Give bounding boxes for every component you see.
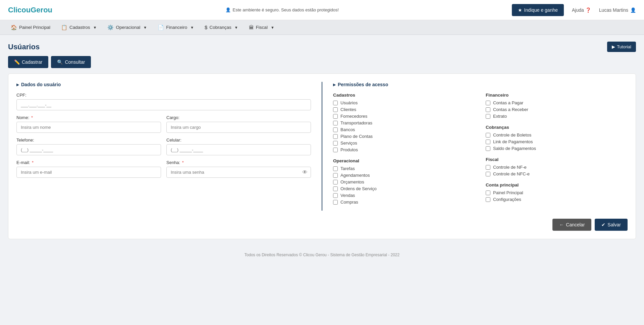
perm-transportadoras-checkbox[interactable] — [333, 121, 338, 125]
perm-painel-principal-checkbox[interactable] — [486, 191, 490, 195]
perm-configuracoes[interactable]: Configurações — [486, 197, 628, 202]
nav-cobrancas-label: Cobranças — [209, 25, 231, 30]
perm-link-pagamentos[interactable]: Link de Pagamentos — [486, 139, 628, 144]
perm-controle-nfce-checkbox[interactable] — [486, 172, 490, 176]
nav-painel-label: Painel Principal — [19, 25, 50, 30]
consultar-button[interactable]: 🔍 Consultar — [51, 56, 91, 68]
cpf-label: CPF: — [16, 93, 311, 98]
nav-financeiro-label: Financeiro — [166, 25, 187, 30]
perm-vendas[interactable]: Vendas — [333, 193, 475, 198]
perm-usuarios-checkbox[interactable] — [333, 101, 338, 105]
nav-item-financeiro[interactable]: 📄 Financeiro ▼ — [152, 20, 199, 35]
perm-controle-boletos[interactable]: Controle de Boletos — [486, 132, 628, 138]
perm-contas-pagar[interactable]: Contas a Pagar — [486, 100, 628, 105]
eye-icon[interactable]: 👁 — [302, 169, 308, 175]
tutorial-button[interactable]: ▶ Tutorial — [607, 42, 636, 52]
telefone-label: Telefone: — [16, 138, 161, 143]
perm-contas-receber-checkbox[interactable] — [486, 107, 490, 112]
form-footer: ← Cancelar ✔ Salvar — [16, 219, 628, 231]
perm-fornecedores-checkbox[interactable] — [333, 114, 338, 119]
perm-vendas-checkbox[interactable] — [333, 193, 338, 198]
perm-extrato-checkbox[interactable] — [486, 114, 490, 119]
perm-ordens-servico-checkbox[interactable] — [333, 186, 338, 191]
perm-transportadoras[interactable]: Transportadoras — [333, 120, 475, 125]
cpf-input[interactable] — [16, 99, 311, 110]
perm-contas-pagar-checkbox[interactable] — [486, 101, 490, 105]
fiscal-icon: 🏛 — [249, 24, 254, 30]
perm-col-left: Cadastros Usuários Clientes Fornecedores… — [333, 93, 475, 211]
perm-plano-contas[interactable]: Plano de Contas — [333, 134, 475, 139]
email-input[interactable] — [16, 167, 161, 178]
nav-operacional-label: Operacional — [116, 25, 140, 30]
perm-compras[interactable]: Compras — [333, 200, 475, 205]
perm-servicos-checkbox[interactable] — [333, 141, 338, 146]
cancel-button[interactable]: ← Cancelar — [552, 219, 591, 231]
help-link[interactable]: Ajuda ❓ — [572, 7, 591, 13]
perm-agendamentos[interactable]: Agendamentos — [333, 173, 475, 178]
question-icon: ❓ — [585, 7, 591, 13]
nome-group: Nome: * — [16, 115, 161, 133]
perm-compras-checkbox[interactable] — [333, 200, 338, 205]
perm-orcamentos[interactable]: Orçamentos — [333, 179, 475, 184]
perm-cobrancas: Cobranças Controle de Boletos Link de Pa… — [486, 125, 628, 151]
header-right: ★ Indique e ganhe Ajuda ❓ Lucas Martins … — [512, 4, 636, 16]
secure-text: Este ambiente é seguro. Seus dados estão… — [233, 7, 339, 12]
user-menu[interactable]: Lucas Martins 👤 — [599, 7, 636, 13]
perm-agendamentos-checkbox[interactable] — [333, 173, 338, 178]
perm-tarefas[interactable]: Tarefas — [333, 166, 475, 171]
chevron-down-icon: ▼ — [93, 25, 97, 30]
perm-saldo-pagamentos-checkbox[interactable] — [486, 146, 490, 151]
senha-group: Senha: * 👁 — [166, 160, 311, 178]
perm-configuracoes-checkbox[interactable] — [486, 197, 490, 202]
perm-bancos-checkbox[interactable] — [333, 127, 338, 132]
cadastrar-button[interactable]: ✏️ Cadastrar — [8, 56, 48, 68]
telefone-input[interactable] — [16, 144, 161, 155]
perm-produtos[interactable]: Produtos — [333, 147, 475, 152]
user-name: Lucas Martins — [599, 7, 628, 13]
perm-controle-nfce[interactable]: Controle de NFC-e — [486, 171, 628, 176]
celular-input[interactable] — [166, 144, 311, 155]
perm-usuarios[interactable]: Usuários — [333, 100, 475, 105]
email-required: * — [32, 160, 34, 165]
perm-fiscal: Fiscal Controle de NF-e Controle de NFC-… — [486, 157, 628, 176]
perm-saldo-pagamentos[interactable]: Saldo de Pagamentos — [486, 146, 628, 151]
indicate-button[interactable]: ★ Indique e ganhe — [512, 4, 564, 16]
nav-item-cadastros[interactable]: 📋 Cadastros ▼ — [56, 20, 102, 35]
chevron-down-icon: ▼ — [234, 25, 238, 30]
perm-clientes-checkbox[interactable] — [333, 107, 338, 112]
password-wrapper: 👁 — [166, 167, 311, 178]
perm-controle-nfe[interactable]: Controle de NF-e — [486, 165, 628, 170]
nome-input[interactable] — [16, 122, 161, 133]
perm-produtos-checkbox[interactable] — [333, 148, 338, 152]
perm-plano-contas-checkbox[interactable] — [333, 134, 338, 139]
page-header: Usúarios ▶ Tutorial — [8, 42, 636, 52]
cargo-input[interactable] — [166, 122, 311, 133]
list-icon: 📋 — [61, 24, 67, 31]
perm-orcamentos-checkbox[interactable] — [333, 180, 338, 184]
check-icon: ✔ — [601, 222, 605, 227]
play-icon: ▶ — [612, 44, 615, 49]
perm-clientes[interactable]: Clientes — [333, 107, 475, 112]
perm-link-pagamentos-checkbox[interactable] — [486, 140, 490, 144]
perm-ordens-servico[interactable]: Ordens de Serviço — [333, 186, 475, 191]
perm-controle-boletos-checkbox[interactable] — [486, 133, 490, 138]
perm-contas-receber[interactable]: Contas a Receber — [486, 107, 628, 112]
perm-cobrancas-title: Cobranças — [486, 125, 628, 130]
perm-financeiro-title: Financeiro — [486, 93, 628, 98]
nav-item-cobrancas[interactable]: $ Cobranças ▼ — [199, 20, 244, 35]
perm-painel-principal[interactable]: Painel Principal — [486, 190, 628, 195]
perm-extrato[interactable]: Extrato — [486, 114, 628, 119]
nav-item-fiscal[interactable]: 🏛 Fiscal ▼ — [244, 20, 280, 35]
perm-conta-principal: Conta principal Painel Principal Configu… — [486, 182, 628, 202]
nav-item-operacional[interactable]: ⚙️ Operacional ▼ — [102, 20, 152, 35]
form-card: Dados do usuário CPF: Nome: * — [8, 73, 636, 239]
nome-required: * — [31, 115, 33, 120]
perm-bancos[interactable]: Bancos — [333, 127, 475, 132]
save-button[interactable]: ✔ Salvar — [595, 219, 628, 231]
senha-input[interactable] — [166, 167, 311, 178]
perm-servicos[interactable]: Serviços — [333, 141, 475, 146]
perm-fornecedores[interactable]: Fornecedores — [333, 114, 475, 119]
perm-tarefas-checkbox[interactable] — [333, 166, 338, 171]
nav-item-painel[interactable]: 🏠 Painel Principal — [5, 20, 56, 35]
perm-controle-nfe-checkbox[interactable] — [486, 165, 490, 170]
